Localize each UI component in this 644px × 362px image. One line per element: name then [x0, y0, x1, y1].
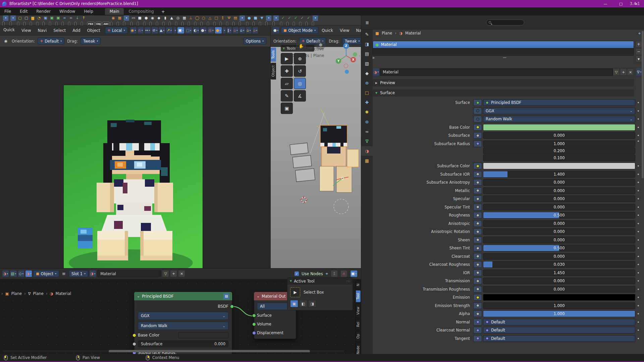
color-swatch[interactable]	[483, 294, 635, 301]
maximize-button[interactable]: ▢	[613, 0, 629, 7]
shading-solid-icon[interactable]: ●	[200, 27, 207, 34]
add-bone-icon[interactable]: ⊥	[187, 15, 194, 21]
socket-button[interactable]	[473, 116, 482, 122]
tweak-tool[interactable]: ▶	[281, 53, 293, 64]
unlink-material-button[interactable]: ×	[627, 68, 634, 76]
keyframe-dot[interactable]	[635, 338, 641, 339]
save-as-icon[interactable]: ▣	[55, 15, 61, 21]
properties-scrollbar[interactable]	[642, 31, 644, 178]
chevron-left-icon[interactable]: ‹	[359, 54, 360, 58]
keyframe-dot[interactable]	[635, 206, 641, 208]
render-view-canvas[interactable]	[0, 47, 270, 268]
keyframe-dot[interactable]	[635, 215, 641, 216]
socket-button[interactable]	[473, 261, 482, 268]
select-field[interactable]: Default	[483, 319, 635, 325]
viewport-shading-combo[interactable]: ●	[273, 27, 279, 34]
socket-button[interactable]	[473, 124, 482, 131]
pin-icon[interactable]: ⌖	[638, 31, 641, 36]
value-field[interactable]: 0.000	[483, 204, 635, 210]
unlink-material-button[interactable]: ×	[178, 270, 185, 277]
socket-button[interactable]	[473, 310, 482, 317]
export-fbx-button[interactable]	[87, 15, 93, 21]
transform-orientation-combo[interactable]: ✚ Local	[105, 27, 128, 34]
node-editor-h-scrollbar[interactable]	[3, 350, 344, 352]
value-field[interactable]: 0.000	[483, 187, 635, 194]
workspace-tab-compositing[interactable]: Compositing	[124, 8, 158, 15]
socket-button[interactable]	[473, 237, 482, 243]
add-armature-icon[interactable]: ▤	[232, 15, 238, 21]
value-field[interactable]: 0.000	[483, 220, 635, 227]
add-icosphere-icon[interactable]: ◆	[156, 15, 162, 21]
tab-modifiers[interactable]: ✚	[361, 98, 373, 107]
select-mode-subtract-button[interactable]: ◨	[308, 300, 316, 307]
socket-button[interactable]	[473, 269, 482, 276]
socket-button[interactable]	[473, 327, 482, 334]
material-name-field[interactable]: Material	[380, 68, 613, 76]
keyframe-dot[interactable]	[635, 102, 641, 103]
use-nodes-checkbox[interactable]	[294, 272, 299, 276]
add-single-bone-icon[interactable]: ↥	[219, 15, 226, 21]
orientation-default-combo[interactable]: ✚Default	[38, 38, 64, 45]
browse-material-combo[interactable]: ◑	[373, 68, 379, 76]
navigation-gizmo[interactable]: Z X Y	[333, 42, 358, 74]
distribution-dropdown[interactable]: GGX	[138, 312, 228, 320]
view-mode-combo[interactable]	[10, 15, 16, 21]
drag-grip-icon[interactable]: ∷∷	[308, 47, 312, 50]
add-empty-circle-icon[interactable]: ◯	[194, 15, 200, 21]
value-field[interactable]: 1.000	[483, 302, 635, 309]
add-empty-sphere-icon[interactable]: ○	[200, 15, 207, 21]
keyframe-dot[interactable]	[635, 140, 641, 142]
fake-user-shield-icon[interactable]: ▽	[162, 270, 169, 277]
editor-type-combo[interactable]	[3, 15, 8, 21]
select-field[interactable]: Principled BSDF	[483, 99, 635, 106]
principled-bsdf-node[interactable]: Principled BSDF ▨ BSDF GGX Random Walk B…	[134, 292, 232, 354]
node-object-combo[interactable]: ■Object	[33, 270, 59, 277]
tab-view-layer[interactable]: ▧	[361, 59, 373, 68]
menu-view[interactable]: View	[336, 28, 353, 33]
axis-x-button[interactable]: X	[351, 57, 356, 62]
save-incremental-icon[interactable]: ▣	[49, 15, 55, 21]
axis-z-button[interactable]: Z	[343, 43, 349, 49]
go-to-parent-node-icon[interactable]: ↥	[331, 270, 338, 277]
home-view-icon[interactable]: ⌂	[233, 27, 238, 34]
hamburger-menu-icon[interactable]: ≡	[62, 271, 66, 276]
node-preview-icon[interactable]: ▨	[223, 293, 229, 299]
keyframe-dot[interactable]	[635, 264, 641, 265]
menu-quick[interactable]: Quick	[0, 27, 18, 33]
fake-user-shield-icon[interactable]: ▽	[613, 68, 620, 76]
add-empty-cone-icon[interactable]: △	[207, 15, 213, 21]
home-grid-icon[interactable]: ⌂	[253, 27, 258, 34]
pause-playback-icon[interactable]: ‖	[227, 27, 232, 34]
keyframe-dot[interactable]	[635, 321, 641, 323]
keyframe-dot[interactable]	[635, 198, 641, 199]
ntab-tool[interactable]: Tool	[356, 290, 361, 302]
new-material-button[interactable]: +	[170, 270, 177, 277]
socket-button[interactable]	[473, 171, 482, 178]
add-uv-sphere-icon[interactable]: ◉	[149, 15, 156, 21]
multi-value-1[interactable]: 1.000	[483, 140, 635, 147]
annotate-tool[interactable]: ✎	[281, 90, 293, 102]
ntab-rel[interactable]: Rel	[356, 319, 361, 330]
menu-select[interactable]: Select	[50, 28, 69, 33]
apply-combo[interactable]	[313, 15, 318, 21]
filter-combo[interactable]: ∇	[636, 68, 642, 76]
add-object-combo[interactable]	[239, 15, 245, 21]
slider-field[interactable]: 0.500	[483, 245, 635, 251]
shading-rendered-icon[interactable]: ●	[215, 27, 221, 34]
search-input[interactable]	[486, 19, 524, 25]
weight-paint-icon[interactable]: ▼	[259, 15, 265, 21]
home-frame-icon[interactable]: ⌂	[239, 27, 245, 34]
value-field[interactable]: 0.000	[483, 228, 635, 235]
active-tool-header[interactable]: Active Tool∷∷	[287, 278, 353, 285]
socket-button[interactable]	[473, 319, 482, 325]
slider-field[interactable]: 0.500	[483, 212, 635, 219]
shading-material-icon[interactable]: ◎	[208, 27, 214, 34]
slider-field[interactable]: 0.030	[483, 261, 635, 268]
multi-value-2[interactable]: 0.200	[483, 147, 635, 154]
menu-object[interactable]: Object	[84, 28, 104, 33]
socket-button[interactable]	[473, 220, 482, 227]
menu-quick[interactable]: Quick	[318, 28, 336, 33]
axis-y-neg-button[interactable]	[353, 52, 357, 57]
new-material-button[interactable]: +	[620, 68, 627, 76]
apply-scale-icon[interactable]: ✓	[292, 15, 299, 21]
